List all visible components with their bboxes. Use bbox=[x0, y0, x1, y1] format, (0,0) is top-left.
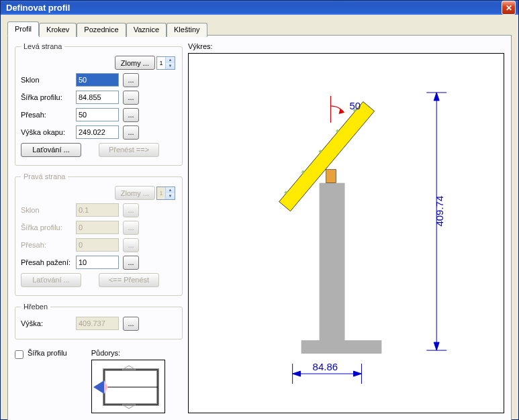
tab-panel-profil: Levá strana Zlomy ... 1 ▲ ▼ Sklon bbox=[7, 35, 512, 420]
close-button[interactable]: ✕ bbox=[502, 1, 516, 15]
sirka-profilu-label: Šířka profilu bbox=[28, 349, 67, 357]
svg-marker-27 bbox=[353, 371, 361, 376]
prava-zlomy-button: Zlomy ... bbox=[115, 186, 155, 200]
prava-presah-label: Přesah: bbox=[21, 241, 76, 249]
prava-sirka-input bbox=[76, 221, 119, 234]
tab-profil[interactable]: Profil bbox=[7, 21, 39, 36]
dim-width-text: 84.86 bbox=[313, 361, 338, 372]
leva-sklon-input[interactable] bbox=[76, 73, 119, 87]
prava-presah-pazeni-more[interactable]: ... bbox=[123, 256, 139, 270]
leva-presah-label: Přesah: bbox=[21, 111, 76, 119]
pudorys-label: Půdorys: bbox=[91, 349, 165, 357]
group-hreben: Hřeben Výška: ... bbox=[15, 303, 183, 339]
leva-sirka-label: Šířka profilu: bbox=[21, 93, 76, 101]
svg-marker-4 bbox=[104, 380, 108, 394]
svg-rect-9 bbox=[326, 170, 336, 183]
svg-marker-21 bbox=[434, 93, 439, 101]
svg-marker-22 bbox=[434, 342, 439, 350]
svg-marker-26 bbox=[293, 371, 301, 376]
drawing-canvas: 50 409.74 bbox=[188, 53, 504, 413]
spin-down-icon: ▼ bbox=[165, 193, 175, 199]
hreben-vyska-input bbox=[76, 317, 119, 330]
leva-presah-input[interactable] bbox=[76, 108, 119, 121]
drawing-svg: 50 409.74 bbox=[189, 54, 504, 413]
leva-sklon-more[interactable]: ... bbox=[123, 73, 139, 87]
tab-klestiny[interactable]: Kleštiny bbox=[167, 23, 207, 37]
leva-presah-more[interactable]: ... bbox=[123, 108, 139, 122]
prava-zlomy-spinner: 1 ▲ ▼ bbox=[156, 187, 175, 200]
window-title: Definovat profil bbox=[6, 3, 502, 13]
legend-hreben: Hřeben bbox=[21, 303, 50, 311]
leva-sirka-more[interactable]: ... bbox=[123, 91, 139, 105]
prava-sirka-more: ... bbox=[123, 221, 139, 235]
prava-presah-pazeni-label: Přesah pažení: bbox=[21, 258, 76, 266]
prava-presah-more: ... bbox=[123, 238, 139, 252]
tab-krokev[interactable]: Krokev bbox=[39, 23, 77, 37]
prava-presah-input bbox=[76, 238, 119, 252]
legend-prava: Pravá strana bbox=[21, 172, 68, 180]
spin-up-icon: ▲ bbox=[165, 187, 175, 193]
dim-height-text: 409.74 bbox=[434, 196, 445, 227]
leva-vyska-okapu-input[interactable] bbox=[76, 125, 119, 139]
svg-rect-8 bbox=[320, 183, 345, 344]
spin-up-icon[interactable]: ▲ bbox=[165, 57, 175, 63]
legend-leva: Levá strana bbox=[21, 42, 64, 50]
prava-sklon-more: ... bbox=[123, 203, 139, 217]
spin-down-icon[interactable]: ▼ bbox=[165, 63, 175, 69]
prava-sirka-label: Šířka profilu: bbox=[21, 223, 76, 231]
angle-text: 50 bbox=[349, 100, 361, 111]
pudorys-preview bbox=[91, 360, 165, 413]
leva-latovani-button[interactable]: Laťování ... bbox=[21, 143, 81, 157]
prava-sklon-input bbox=[76, 203, 119, 217]
sirka-profilu-checkbox[interactable] bbox=[15, 350, 23, 359]
prava-latovani-button: Laťování ... bbox=[21, 273, 81, 287]
prava-sklon-label: Sklon bbox=[21, 206, 76, 214]
vykres-label: Výkres: bbox=[188, 42, 504, 50]
leva-vyska-okapu-more[interactable]: ... bbox=[123, 125, 139, 140]
leva-vyska-okapu-label: Výška okapu: bbox=[21, 128, 76, 136]
hreben-vyska-label: Výška: bbox=[21, 319, 76, 327]
group-prava-strana: Pravá strana Zlomy ... 1 ▲ ▼ Sklon bbox=[15, 172, 183, 296]
leva-sirka-input[interactable] bbox=[76, 91, 119, 104]
leva-sklon-label: Sklon bbox=[21, 76, 76, 84]
titlebar: Definovat profil ✕ bbox=[1, 1, 518, 15]
prava-presah-pazeni-input[interactable] bbox=[76, 256, 119, 269]
tab-vaznice[interactable]: Vaznice bbox=[126, 23, 167, 37]
leva-zlomy-button[interactable]: Zlomy ... bbox=[115, 56, 155, 70]
leva-zlomy-spinner[interactable]: 1 ▲ ▼ bbox=[156, 56, 175, 70]
leva-prenest-button: Přenést ==> bbox=[99, 143, 159, 157]
close-icon: ✕ bbox=[506, 3, 512, 13]
tab-pozednice[interactable]: Pozednice bbox=[77, 23, 126, 37]
tab-strip: Profil Krokev Pozednice Vaznice Kleštiny bbox=[7, 21, 512, 36]
prava-prenest-button: <== Přenést bbox=[99, 273, 159, 287]
hreben-vyska-more[interactable]: ... bbox=[123, 317, 139, 331]
group-leva-strana: Levá strana Zlomy ... 1 ▲ ▼ Sklon bbox=[15, 42, 183, 166]
svg-marker-3 bbox=[93, 380, 104, 394]
